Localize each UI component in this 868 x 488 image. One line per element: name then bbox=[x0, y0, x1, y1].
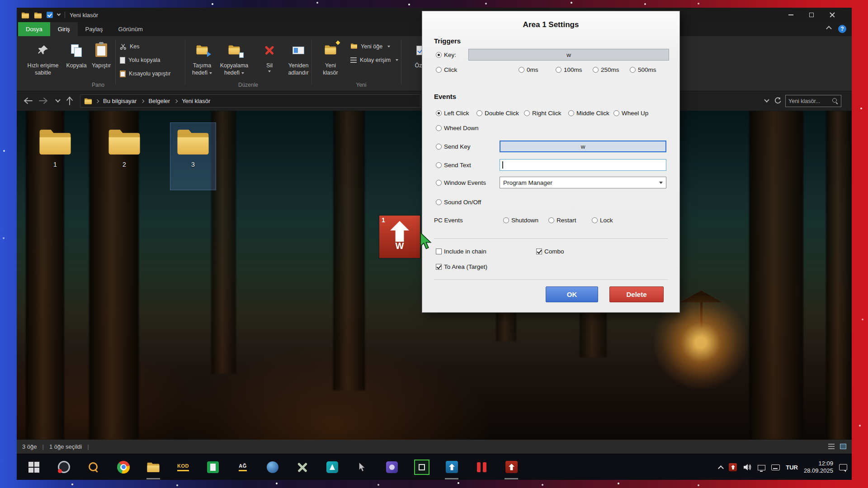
taskbar-purple-app[interactable] bbox=[381, 454, 403, 480]
minimize-ribbon-icon[interactable] bbox=[826, 26, 832, 32]
radio-trigger-click[interactable]: Click bbox=[436, 66, 457, 73]
breadcrumb-new-folder[interactable]: Yeni klasör bbox=[181, 98, 211, 104]
network-icon[interactable] bbox=[758, 465, 765, 470]
qat-customize-icon[interactable] bbox=[57, 12, 61, 16]
back-button[interactable] bbox=[22, 95, 34, 107]
clock[interactable]: 12:09 28.09.2025 bbox=[804, 460, 833, 475]
taskbar-ring-app[interactable] bbox=[53, 454, 75, 480]
close-button[interactable] bbox=[822, 8, 843, 22]
radio-shutdown[interactable]: Shutdown bbox=[503, 216, 538, 224]
paste-shortcut-button[interactable]: Kısayolu yapıştır bbox=[120, 69, 170, 79]
copy-path-button[interactable]: Yolu kopyala bbox=[120, 55, 160, 65]
help-button[interactable]: ? bbox=[838, 25, 846, 33]
radio-wheel-down[interactable]: Wheel Down bbox=[436, 124, 479, 131]
folder-item-3-selected[interactable]: 3 bbox=[170, 123, 216, 190]
new-folder-button[interactable]: Yeniklasör bbox=[317, 39, 344, 82]
radio-delay-0ms[interactable]: 0ms bbox=[519, 66, 538, 73]
window-events-dropdown[interactable]: Program Manager bbox=[500, 177, 666, 188]
taskbar-blue-arrow-app[interactable] bbox=[441, 454, 462, 480]
minimize-button[interactable] bbox=[780, 8, 801, 22]
taskbar-cursor-app[interactable] bbox=[351, 454, 373, 480]
qat-folder-icon[interactable] bbox=[34, 12, 42, 19]
tray-expand-icon[interactable] bbox=[718, 465, 724, 471]
search-icon[interactable] bbox=[832, 98, 838, 104]
qat-properties-icon[interactable] bbox=[47, 12, 53, 18]
thumbnail-view-button[interactable] bbox=[838, 442, 848, 451]
copy-to-button[interactable]: Kopyalamahedefi bbox=[217, 39, 252, 82]
taskbar-chrome[interactable] bbox=[113, 454, 134, 480]
trigger-key-input[interactable]: w bbox=[468, 49, 669, 61]
tab-paylas[interactable]: Paylaş bbox=[78, 22, 111, 36]
refresh-button[interactable] bbox=[772, 95, 783, 107]
breadcrumb-this-pc[interactable]: Bu bilgisayar bbox=[102, 98, 137, 104]
taskbar-teal-app[interactable] bbox=[321, 454, 343, 480]
radio-wheel-up[interactable]: Wheel Up bbox=[613, 109, 648, 117]
taskbar-red-arrow-app[interactable] bbox=[500, 454, 522, 480]
taskbar-file-explorer[interactable] bbox=[142, 454, 164, 480]
send-text-input[interactable] bbox=[500, 159, 666, 171]
breadcrumb-documents[interactable]: Belgeler bbox=[147, 98, 171, 104]
up-button[interactable] bbox=[64, 95, 75, 107]
radio-left-click[interactable]: Left Click bbox=[436, 109, 469, 117]
delete-button[interactable]: Sil bbox=[259, 39, 280, 82]
radio-middle-click[interactable]: Middle Click bbox=[568, 109, 609, 117]
delete-button[interactable]: Delete bbox=[609, 286, 664, 302]
forward-button[interactable] bbox=[38, 95, 49, 107]
radio-send-text[interactable]: Send Text bbox=[436, 161, 471, 169]
details-view-button[interactable] bbox=[826, 442, 836, 451]
radio-double-click[interactable]: Double Click bbox=[476, 109, 519, 117]
paste-button[interactable]: Yapıştır bbox=[89, 39, 113, 82]
pin-quick-access-button[interactable]: Hızlı erişimesabitle bbox=[22, 39, 64, 82]
easy-access-button[interactable]: Kolay erişim bbox=[350, 55, 398, 65]
ok-button[interactable]: OK bbox=[546, 286, 598, 302]
radio-trigger-key[interactable]: Key: bbox=[436, 51, 456, 58]
keyboard-icon[interactable] bbox=[771, 465, 780, 470]
taskbar-ag-app[interactable]: AĞ bbox=[232, 454, 254, 480]
checkbox-to-area-target[interactable]: To Area (Target) bbox=[436, 263, 487, 270]
taskbar-blue-sphere-app[interactable] bbox=[262, 454, 283, 480]
taskbar-kod-app[interactable]: KOD bbox=[172, 454, 194, 480]
radio-window-events[interactable]: Window Events bbox=[436, 179, 486, 186]
radio-right-click[interactable]: Right Click bbox=[524, 109, 561, 117]
taskbar-green-doc-app[interactable] bbox=[202, 454, 224, 480]
language-indicator[interactable]: TUR bbox=[786, 464, 798, 471]
radio-delay-500ms[interactable]: 500ms bbox=[630, 66, 656, 73]
delay-label: 100ms bbox=[564, 66, 582, 73]
radio-delay-100ms[interactable]: 100ms bbox=[556, 66, 582, 73]
tab-dosya[interactable]: Dosya bbox=[18, 22, 50, 36]
radio-delay-250ms[interactable]: 250ms bbox=[593, 66, 619, 73]
radio-send-key[interactable]: Send Key bbox=[436, 143, 471, 150]
address-dropdown-button[interactable] bbox=[761, 95, 773, 107]
cut-button[interactable]: Kes bbox=[120, 42, 140, 52]
copy-label: Kopyala bbox=[66, 62, 86, 69]
send-key-input[interactable]: w bbox=[500, 141, 666, 152]
checkbox-combo[interactable]: Combo bbox=[536, 248, 564, 255]
action-center-icon[interactable] bbox=[839, 464, 847, 470]
new-item-button[interactable]: Yeni öğe bbox=[350, 42, 390, 52]
search-input[interactable]: Yeni klasör... bbox=[785, 95, 841, 107]
folder-item-1[interactable]: 1 bbox=[33, 123, 78, 190]
radio-restart[interactable]: Restart bbox=[548, 216, 576, 224]
paste-label: Yapıştır bbox=[92, 62, 111, 69]
refresh-icon bbox=[774, 97, 781, 104]
move-to-button[interactable]: Taşımahedefi bbox=[189, 39, 216, 82]
volume-icon[interactable] bbox=[743, 464, 752, 471]
checkbox-include-in-chain[interactable]: Include in chain bbox=[436, 248, 486, 255]
copy-button[interactable]: Kopyala bbox=[65, 39, 88, 82]
taskbar-x-app[interactable] bbox=[292, 454, 313, 480]
recent-locations-button[interactable] bbox=[52, 95, 64, 107]
tray-red-arrow-icon[interactable] bbox=[729, 463, 737, 471]
taskbar-pause-app[interactable] bbox=[471, 454, 492, 480]
rename-button[interactable]: Yenidenadlandır bbox=[282, 39, 315, 82]
tab-giris[interactable]: Giriş bbox=[50, 22, 78, 36]
taskbar-search-app[interactable] bbox=[83, 454, 104, 480]
tab-gorunum[interactable]: Görünüm bbox=[111, 22, 151, 36]
maximize-button[interactable] bbox=[801, 8, 822, 22]
radio-lock[interactable]: Lock bbox=[592, 216, 613, 224]
folder-item-2[interactable]: 2 bbox=[102, 123, 147, 190]
area-overlay-tile[interactable]: 1 W bbox=[379, 216, 420, 258]
start-button[interactable] bbox=[23, 454, 45, 480]
taskbar-active-window-app[interactable] bbox=[411, 454, 433, 480]
radio-sound-on-off[interactable]: Sound On/Off bbox=[436, 198, 481, 206]
address-field[interactable]: Bu bilgisayar Belgeler Yeni klasör bbox=[80, 94, 420, 108]
